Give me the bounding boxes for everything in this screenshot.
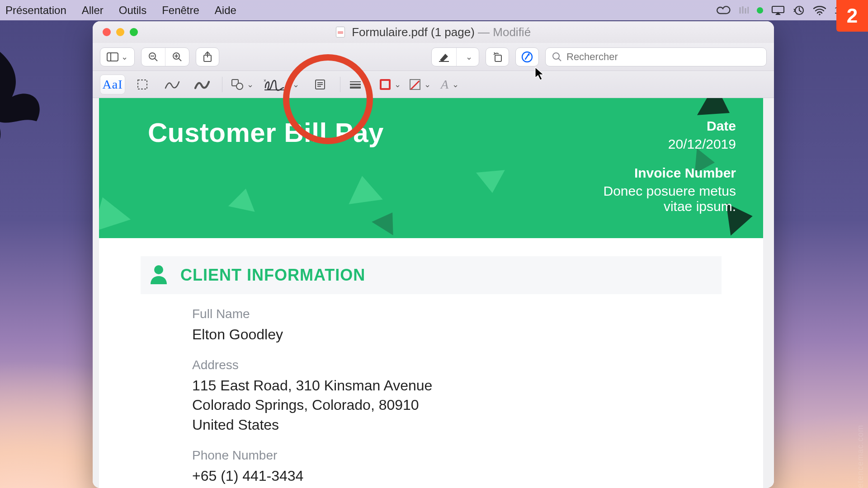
svg-point-33 xyxy=(154,265,163,274)
sidebar-view-button[interactable]: ⌄ xyxy=(100,47,135,66)
address-line1: 115 East Road, 310 Kinsman Avenue xyxy=(192,376,763,395)
text-style-button[interactable]: A⌄ xyxy=(437,75,462,94)
menu-extra-lines-icon[interactable] xyxy=(739,5,749,15)
zoom-segment xyxy=(141,47,189,66)
signature-button[interactable]: ×⌄ xyxy=(259,75,303,94)
phone-value: +65 (1) 441-3434 xyxy=(192,466,763,486)
airplay-icon[interactable] xyxy=(771,5,785,15)
svg-rect-23 xyxy=(138,80,147,89)
fill-color-button[interactable]: ⌄ xyxy=(407,75,433,94)
window-title-modified: — Modifié xyxy=(475,25,531,39)
separator xyxy=(340,77,340,92)
shapes-button[interactable]: ⌄ xyxy=(230,75,255,94)
wifi-icon[interactable] xyxy=(813,5,826,15)
main-toolbar: ⌄ ⌄ xyxy=(93,43,774,71)
share-button[interactable] xyxy=(196,47,219,66)
svg-text:×: × xyxy=(264,78,266,83)
markup-toggle-button[interactable] xyxy=(515,47,539,66)
status-dot-icon[interactable] xyxy=(757,7,763,14)
window-title-main: Formulaire.pdf (1 page) xyxy=(352,25,475,39)
search-icon xyxy=(552,52,562,62)
window-titlebar[interactable]: Formulaire.pdf (1 page) — Modifié xyxy=(93,21,774,43)
address-line3: United States xyxy=(192,415,763,435)
client-info-title: CLIENT INFORMATION xyxy=(180,266,365,285)
menu-fenetre[interactable]: Fenêtre xyxy=(162,4,199,17)
tutorial-step-badge: 2 xyxy=(836,0,868,32)
svg-line-10 xyxy=(155,58,157,61)
svg-point-21 xyxy=(553,53,559,59)
invoice-number-value-l1: Donec posuere metus xyxy=(604,183,736,199)
macos-menubar: Présentation Aller Outils Fenêtre Aide 1… xyxy=(0,0,868,20)
svg-rect-19 xyxy=(495,55,501,61)
date-value: 20/12/2019 xyxy=(604,136,736,152)
traffic-minimize-button[interactable] xyxy=(116,28,124,36)
svg-line-13 xyxy=(179,58,181,61)
highlight-button[interactable] xyxy=(432,48,457,66)
menu-aide[interactable]: Aide xyxy=(215,4,236,17)
svg-point-6 xyxy=(819,14,821,15)
note-tool-button[interactable] xyxy=(307,75,333,94)
document-proxy-icon[interactable] xyxy=(336,27,345,38)
draw-tool-button[interactable] xyxy=(189,75,215,94)
separator xyxy=(222,77,222,92)
traffic-zoom-button[interactable] xyxy=(130,28,138,36)
client-fields: Full Name Elton Goodley Address 115 East… xyxy=(99,294,763,488)
markup-toolbar: AaI ⌄ ×⌄ ⌄ ⌄ ⌄ A⌄ xyxy=(93,71,774,98)
invoice-number-label: Invoice Number xyxy=(604,165,736,181)
svg-line-22 xyxy=(558,58,561,61)
stroke-color-button[interactable]: ⌄ xyxy=(377,75,403,94)
creative-cloud-icon[interactable] xyxy=(715,5,731,15)
client-info-section-header: CLIENT INFORMATION xyxy=(141,256,722,294)
watermark-text: www.competencemac.com xyxy=(856,425,865,488)
invoice-number-value-l2: vitae ipsum. xyxy=(604,199,736,214)
rotate-button[interactable] xyxy=(486,47,509,66)
text-tool-button[interactable]: AaI xyxy=(100,75,125,94)
highlight-segment: ⌄ xyxy=(431,47,479,66)
phone-label: Phone Number xyxy=(192,448,763,463)
traffic-close-button[interactable] xyxy=(103,28,111,36)
rectangular-selection-button[interactable] xyxy=(130,75,155,94)
search-field[interactable] xyxy=(545,47,767,66)
sketch-tool-button[interactable] xyxy=(160,75,185,94)
fullname-value: Elton Goodley xyxy=(192,325,763,344)
time-machine-icon[interactable] xyxy=(793,5,805,16)
zoom-in-button[interactable] xyxy=(165,48,189,66)
svg-rect-7 xyxy=(107,53,118,61)
invoice-header: Customer Bill Pay Date 20/12/2019 Invoic… xyxy=(99,98,763,238)
address-line2: Colorado Springs, Colorado, 80910 xyxy=(192,395,763,415)
menu-outils[interactable]: Outils xyxy=(119,4,146,17)
document-viewport[interactable]: Customer Bill Pay Date 20/12/2019 Invoic… xyxy=(93,98,774,488)
date-label: Date xyxy=(604,118,736,134)
line-weight-button[interactable]: ⌄ xyxy=(348,75,373,94)
menu-presentation[interactable]: Présentation xyxy=(5,4,66,17)
fullname-label: Full Name xyxy=(192,307,763,321)
menu-aller[interactable]: Aller xyxy=(82,4,104,17)
highlight-dropdown[interactable]: ⌄ xyxy=(457,48,479,66)
pdf-page: Customer Bill Pay Date 20/12/2019 Invoic… xyxy=(99,98,763,488)
window-title: Formulaire.pdf (1 page) — Modifié xyxy=(93,25,774,39)
address-label: Address xyxy=(192,358,763,372)
preview-window: Formulaire.pdf (1 page) — Modifié ⌄ ⌄ Aa… xyxy=(93,21,774,488)
zoom-out-button[interactable] xyxy=(142,48,165,66)
search-input[interactable] xyxy=(566,51,760,63)
svg-rect-4 xyxy=(772,6,784,13)
person-icon xyxy=(150,264,168,286)
